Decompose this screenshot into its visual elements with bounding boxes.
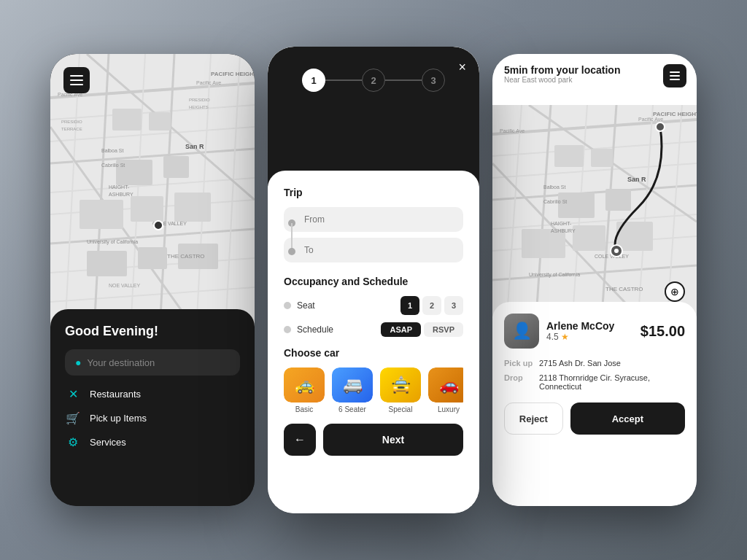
- step-line-1: [325, 79, 362, 81]
- seat-buttons: 1 2 3: [400, 296, 463, 315]
- car-special-label: Special: [389, 405, 413, 413]
- car-basic-label: Basic: [295, 405, 313, 413]
- trip-details: Pick up 2715 Ash Dr. San Jose Drop 2118 …: [504, 359, 685, 391]
- seat-left: Seat: [284, 300, 315, 311]
- svg-rect-63: [591, 149, 613, 167]
- pickup-address: 2715 Ash Dr. San Jose: [539, 359, 621, 368]
- svg-rect-23: [131, 196, 163, 222]
- pickup-label: Pick up Items: [90, 413, 147, 424]
- cars-section-title: Choose car: [284, 347, 463, 359]
- trip-connector-line: [291, 223, 293, 249]
- svg-rect-26: [138, 247, 167, 269]
- drop-address: 2118 Thornridge Cir. Syracuse, Connectic…: [539, 373, 685, 391]
- svg-rect-25: [87, 251, 127, 276]
- svg-text:PRESIDIO: PRESIDIO: [189, 98, 210, 102]
- svg-point-82: [614, 249, 619, 253]
- schedule-label: Schedule: [297, 324, 333, 335]
- from-input[interactable]: [284, 207, 463, 232]
- car-special-bg: 🚖: [380, 368, 421, 402]
- svg-text:HAIGHT-: HAIGHT-: [551, 221, 572, 226]
- driver-row: 👤 Arlene McCoy 4.5 ★ $15.00: [504, 314, 685, 349]
- step-2[interactable]: 2: [362, 69, 385, 92]
- star-icon: ★: [561, 332, 569, 342]
- car-6seater-bg: 🚐: [332, 368, 373, 402]
- svg-text:THE CASTRO: THE CASTRO: [167, 253, 205, 260]
- step-3[interactable]: 3: [422, 69, 445, 92]
- accept-button[interactable]: Accept: [570, 402, 685, 435]
- schedule-buttons: ASAP RSVP: [381, 322, 463, 337]
- svg-text:Balboa St: Balboa St: [101, 148, 123, 153]
- svg-point-80: [656, 122, 665, 131]
- seat-btn-3[interactable]: 3: [444, 296, 463, 315]
- svg-text:Pacific Ave: Pacific Ave: [196, 80, 221, 85]
- search-bar[interactable]: ● Your destination: [65, 349, 240, 376]
- back-button[interactable]: ←: [284, 424, 316, 456]
- reject-button[interactable]: Reject: [504, 402, 563, 435]
- top-bar-3: 5min from your location Near East wood p…: [492, 54, 697, 105]
- svg-text:THE CASTRO: THE CASTRO: [605, 286, 643, 292]
- menu-item-services[interactable]: ⚙ Services: [65, 435, 240, 449]
- back-arrow: ←: [294, 433, 306, 446]
- car-luxury-label: Luxury: [438, 405, 460, 413]
- action-buttons: Reject Accept: [504, 402, 685, 435]
- svg-rect-65: [605, 189, 631, 211]
- modal-content: Trip Occupancy and Schedule Seat 1 2 3: [268, 171, 479, 513]
- car-basic-bg: 🚕: [284, 368, 325, 402]
- svg-text:University of California: University of California: [87, 239, 138, 245]
- seat-btn-2[interactable]: 2: [422, 296, 441, 315]
- car-luxury-img: 🚗: [428, 368, 463, 402]
- location-title: 5min from your location: [504, 64, 685, 76]
- svg-rect-19: [149, 112, 171, 131]
- svg-text:NOE VALLEY: NOE VALLEY: [109, 283, 140, 288]
- svg-rect-21: [163, 156, 189, 178]
- close-button[interactable]: ×: [458, 60, 466, 75]
- cars-section: Choose car 🚕 Basic 🚐 6 Seater 🚖: [284, 347, 463, 413]
- car-basic[interactable]: 🚕 Basic: [284, 368, 325, 413]
- menu-button-1[interactable]: [63, 67, 90, 93]
- driver-rating: 4.5 ★: [546, 332, 633, 342]
- schedule-left: Schedule: [284, 324, 333, 335]
- svg-rect-22: [80, 200, 123, 229]
- svg-rect-66: [522, 229, 565, 258]
- svg-text:Balboa St: Balboa St: [543, 184, 565, 190]
- occupancy-section-title: Occupancy and Schedule: [284, 276, 463, 287]
- driver-avatar: 👤: [504, 314, 539, 349]
- car-special-img: 🚖: [380, 368, 421, 402]
- schedule-btn-rsvp[interactable]: RSVP: [424, 322, 463, 337]
- to-input[interactable]: [284, 238, 463, 262]
- phone-3: 5min from your location Near East wood p…: [492, 54, 697, 506]
- svg-text:Pacific Ave: Pacific Ave: [500, 128, 525, 133]
- menu-item-pickup[interactable]: 🛒 Pick up Items: [65, 411, 240, 425]
- svg-text:HEIGHTS: HEIGHTS: [189, 105, 209, 109]
- svg-rect-67: [573, 225, 605, 251]
- svg-text:San R: San R: [185, 143, 204, 150]
- svg-text:HAIGHT-: HAIGHT-: [109, 184, 130, 190]
- svg-text:Cabrillo St: Cabrillo St: [543, 199, 567, 204]
- svg-text:TERRACE: TERRACE: [61, 127, 82, 131]
- svg-rect-24: [174, 192, 211, 222]
- next-button[interactable]: Next: [323, 424, 463, 456]
- services-icon: ⚙: [65, 435, 81, 449]
- schedule-row: Schedule ASAP RSVP: [284, 322, 463, 337]
- svg-text:Cabrillo St: Cabrillo St: [101, 163, 125, 168]
- pickup-label-text: Pick up: [504, 359, 533, 368]
- driver-name: Arlene McCoy: [546, 320, 633, 332]
- car-luxury[interactable]: 🚗 Luxury: [428, 368, 463, 413]
- menu-item-restaurants[interactable]: ✕ Restaurants: [65, 387, 240, 401]
- menu-list: ✕ Restaurants 🛒 Pick up Items ⚙ Services: [65, 387, 240, 449]
- car-luxury-bg: 🚗: [428, 368, 463, 402]
- compass-icon[interactable]: ⊕: [665, 281, 685, 302]
- schedule-btn-asap[interactable]: ASAP: [381, 322, 421, 337]
- pickup-row: Pick up 2715 Ash Dr. San Jose: [504, 359, 685, 368]
- menu-button-3[interactable]: [663, 64, 686, 88]
- car-6seater-label: 6 Seater: [338, 405, 366, 413]
- car-special[interactable]: 🚖 Special: [380, 368, 421, 413]
- step-1[interactable]: 1: [302, 69, 325, 92]
- search-icon: ●: [75, 357, 81, 368]
- restaurants-label: Restaurants: [90, 389, 141, 400]
- svg-text:PACIFIC HEIGHTS: PACIFIC HEIGHTS: [653, 111, 697, 117]
- greeting-text: Good Evening!: [65, 324, 240, 339]
- car-6seater[interactable]: 🚐 6 Seater: [332, 368, 373, 413]
- seat-btn-1[interactable]: 1: [400, 296, 419, 315]
- seat-row: Seat 1 2 3: [284, 296, 463, 315]
